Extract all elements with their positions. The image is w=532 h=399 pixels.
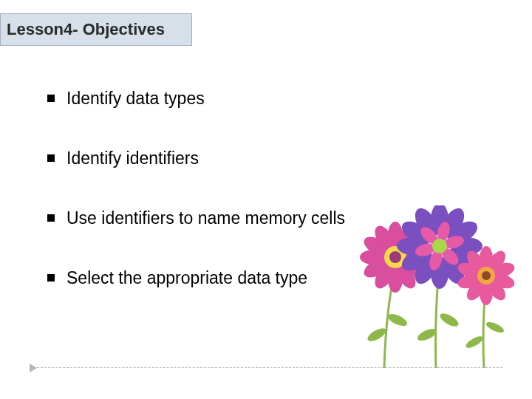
list-item: Identify data types	[47, 89, 461, 109]
svg-point-4	[464, 334, 485, 350]
bullet-square-icon	[47, 274, 55, 282]
svg-point-0	[366, 326, 388, 344]
bullet-list: Identify data types Identify identifiers…	[47, 89, 461, 328]
title-box: Lesson4- Objectives	[0, 13, 192, 46]
bullet-text: Use identifiers to name memory cells	[66, 208, 345, 228]
bullet-square-icon	[47, 214, 55, 222]
list-item: Identify identifiers	[47, 149, 461, 168]
list-item: Use identifiers to name memory cells	[47, 208, 461, 228]
bullet-text: Identify data types	[66, 89, 205, 109]
svg-point-41	[490, 260, 516, 280]
svg-point-2	[416, 327, 438, 344]
svg-point-49	[477, 267, 495, 284]
svg-point-45	[463, 276, 488, 303]
svg-point-5	[485, 320, 505, 335]
title-underline	[7, 59, 177, 61]
svg-point-39	[480, 246, 493, 270]
bullet-text: Select the appropriate data type	[66, 268, 307, 288]
svg-point-44	[480, 282, 493, 305]
slide-title: Lesson4- Objectives	[7, 20, 165, 39]
svg-point-50	[482, 271, 491, 280]
svg-point-40	[484, 248, 508, 274]
bullet-text: Identify identifiers	[66, 149, 199, 168]
svg-point-48	[463, 248, 488, 274]
svg-point-42	[490, 271, 516, 291]
svg-point-43	[484, 276, 508, 303]
bullet-square-icon	[47, 154, 55, 162]
arrow-right-icon	[30, 364, 37, 372]
footer-separator	[30, 367, 502, 368]
bullet-square-icon	[47, 95, 55, 102]
list-item: Select the appropriate data type	[47, 268, 461, 288]
